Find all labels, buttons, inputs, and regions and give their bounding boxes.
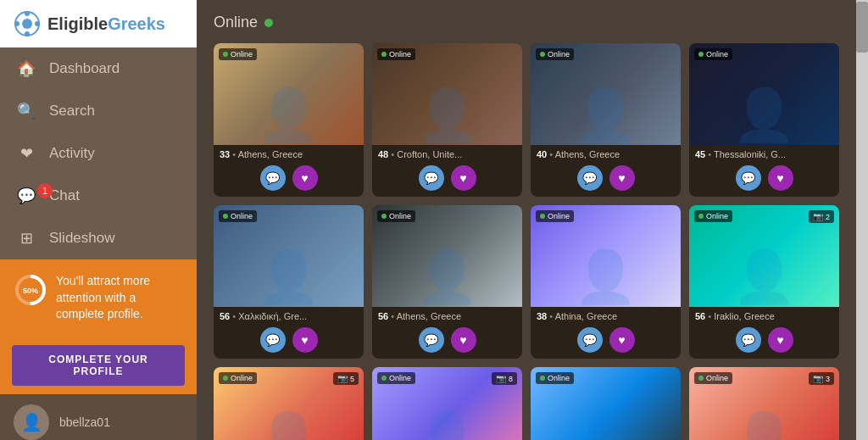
profile-age: 48 [378, 149, 388, 159]
profile-location: Athens, Greece [555, 149, 620, 159]
profile-photo: Online 👤 [214, 43, 364, 145]
sidebar-item-dashboard[interactable]: 🏠 Dashboard [0, 47, 197, 90]
profile-card[interactable]: Online 👤 48 • Athens, Greece 💬 ♥ [531, 367, 681, 440]
profile-age: 45 [695, 149, 705, 159]
sidebar-item-slideshow[interactable]: ⊞ Slideshow [0, 217, 197, 259]
profile-actions: 💬 ♥ [372, 161, 522, 197]
profile-location: Athina, Greece [555, 311, 617, 321]
silhouette-icon: 👤 [574, 85, 637, 145]
profile-actions: 💬 ♥ [372, 323, 522, 359]
age-location: 38 • Athina, Greece [537, 311, 675, 321]
profile-info: 38 • Athina, Greece [531, 307, 681, 323]
profile-card[interactable]: Online 📷 8 👤 59 • Zografou, Gree... 💬 ♥ [372, 367, 522, 440]
age-location: 33 • Athens, Greece [220, 149, 358, 159]
profile-card[interactable]: Online 👤 33 • Athens, Greece 💬 ♥ [214, 43, 364, 197]
profile-card[interactable]: Online 👤 40 • Athens, Greece 💬 ♥ [531, 43, 681, 197]
profile-actions: 💬 ♥ [689, 161, 839, 197]
age-location: 40 • Athens, Greece [537, 149, 675, 159]
profile-info: 33 • Athens, Greece [214, 145, 364, 161]
profile-card[interactable]: Online 📷 2 👤 56 • Iraklio, Greece 💬 ♥ [689, 205, 839, 359]
profile-photo: Online 📷 8 👤 [372, 367, 522, 440]
online-header: Online [214, 14, 839, 31]
sidebar-item-search[interactable]: 🔍 Search [0, 90, 197, 132]
chat-icon: 💬 [17, 187, 36, 205]
photo-count: 📷 8 [492, 372, 517, 385]
chat-button[interactable]: 💬 [577, 327, 603, 353]
silhouette-icon: 👤 [574, 247, 637, 307]
online-dot [540, 52, 545, 57]
profile-location: Χαλκιδική, Gre... [238, 311, 307, 321]
chat-button[interactable]: 💬 [736, 327, 761, 353]
sidebar-item-chat[interactable]: 💬 Chat 1 [0, 175, 197, 217]
photo-count: 📷 5 [333, 372, 359, 385]
online-dot [223, 214, 228, 219]
profile-photo: Online 👤 [689, 43, 839, 145]
online-dot [698, 376, 704, 381]
profile-card[interactable]: Online 👤 45 • Thessaloniki, G... 💬 ♥ [689, 43, 839, 197]
silhouette-icon: 👤 [415, 247, 479, 307]
svg-point-1 [22, 19, 32, 29]
like-button[interactable]: ♥ [451, 165, 476, 191]
sidebar: EligibleGreeks 🏠 Dashboard 🔍 Search ❤ Ac… [0, 0, 197, 440]
chat-button[interactable]: 💬 [260, 327, 286, 353]
profile-location: Athens, Greece [238, 149, 303, 159]
nav-label-slideshow: Slideshow [49, 230, 115, 247]
like-button[interactable]: ♥ [292, 327, 318, 353]
chat-button[interactable]: 💬 [419, 327, 444, 353]
online-badge: Online [377, 210, 415, 222]
online-badge: Online [536, 48, 574, 60]
chat-button[interactable]: 💬 [419, 165, 444, 191]
sidebar-item-activity[interactable]: ❤ Activity [0, 132, 197, 175]
online-dot [540, 376, 545, 381]
complete-profile-button[interactable]: COMPLETE YOUR PROFILE [12, 345, 185, 386]
silhouette-icon: 👤 [732, 85, 796, 145]
like-button[interactable]: ♥ [292, 165, 318, 191]
profile-photo: Online 📷 2 👤 [689, 205, 839, 307]
like-button[interactable]: ♥ [609, 327, 635, 353]
online-dot [698, 214, 704, 219]
photo-count: 📷 3 [809, 372, 834, 385]
online-badge: Online [694, 210, 732, 222]
profile-card[interactable]: Online 📷 3 👤 44 • Iraklio, Greece 💬 ♥ [689, 367, 839, 440]
age-location: 56 • Iraklio, Greece [695, 311, 833, 321]
like-button[interactable]: ♥ [768, 327, 793, 353]
online-dot [381, 214, 387, 219]
username: bbellza01 [59, 415, 110, 429]
chat-button[interactable]: 💬 [736, 165, 761, 191]
silhouette-icon: 👤 [415, 409, 479, 440]
chat-button[interactable]: 💬 [577, 165, 603, 191]
like-button[interactable]: ♥ [451, 327, 476, 353]
profile-card[interactable]: Online 👤 56 • Athens, Greece 💬 ♥ [372, 205, 522, 359]
silhouette-icon: 👤 [257, 247, 320, 307]
scrollbar-track[interactable] [856, 0, 868, 440]
nav-label-chat: Chat [49, 187, 80, 204]
profile-age: 56 [220, 311, 230, 321]
profile-card[interactable]: Online 👤 56 • Χαλκιδική, Gre... 💬 ♥ [214, 205, 364, 359]
profile-actions: 💬 ♥ [531, 161, 681, 197]
promo-box: 50% You'll attract more attention with a… [0, 259, 197, 337]
profile-card[interactable]: Online 📷 5 👤 60 • Sumy, Ukraine 💬 ♥ [214, 367, 364, 440]
logo-icon [14, 10, 41, 37]
like-button[interactable]: ♥ [768, 165, 793, 191]
profile-actions: 💬 ♥ [214, 323, 364, 359]
profile-location: Thessaloniki, G... [714, 149, 786, 159]
online-dot [223, 52, 228, 57]
profile-age: 56 [695, 311, 705, 321]
nav-label-dashboard: Dashboard [49, 60, 120, 77]
profile-card[interactable]: Online 👤 38 • Athina, Greece 💬 ♥ [531, 205, 681, 359]
profile-info: 45 • Thessaloniki, G... [689, 145, 839, 161]
online-badge: Online [536, 210, 574, 222]
chat-badge: 1 [37, 183, 53, 198]
profile-info: 56 • Iraklio, Greece [689, 307, 839, 323]
scrollbar-thumb[interactable] [856, 2, 868, 53]
slideshow-icon: ⊞ [17, 229, 36, 248]
profile-photo: Online 👤 [531, 367, 681, 440]
chat-button[interactable]: 💬 [260, 165, 286, 191]
profile-card[interactable]: Online 👤 48 • Crofton, Unite... 💬 ♥ [372, 43, 522, 197]
user-area[interactable]: 👤 bbellza01 [0, 394, 197, 440]
profile-age: 38 [537, 311, 547, 321]
logo-text: EligibleGreeks [47, 14, 165, 34]
like-button[interactable]: ♥ [609, 165, 635, 191]
profile-age: 33 [220, 149, 230, 159]
profile-photo: Online 📷 5 👤 [214, 367, 364, 440]
